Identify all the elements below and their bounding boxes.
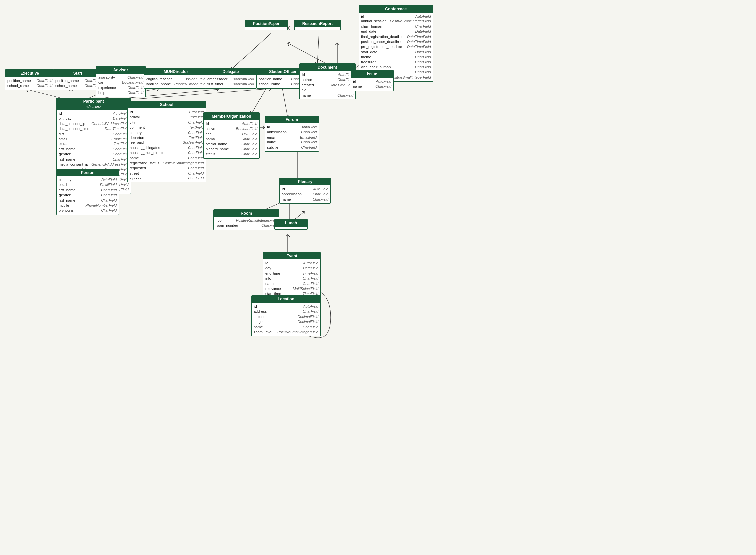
table-row: departureTextField xyxy=(130,135,204,140)
table-row: addressCharField xyxy=(254,309,318,314)
table-row: activeBooleanField xyxy=(206,126,257,131)
table-row: idAutoField xyxy=(130,110,204,115)
table-row: fee_paidBooleanField xyxy=(130,140,204,145)
table-document: Document idAutoField authorCharField cre… xyxy=(299,63,356,99)
table-row: nameCharField xyxy=(254,325,318,330)
table-row: last_nameCharField xyxy=(58,157,129,162)
table-row: idAutoField xyxy=(353,79,391,84)
table-row: zoom_levelPositiveSmallIntegerField xyxy=(254,330,318,335)
table-row: english_teacherBooleanField xyxy=(146,77,205,82)
table-room-body: floorPositiveSmallIntegerField room_numb… xyxy=(214,217,279,230)
table-row: idAutoField xyxy=(302,72,353,77)
table-row: emailEmailField xyxy=(58,136,129,141)
table-row: first_timerBooleanField xyxy=(207,82,254,87)
table-person-body: birthdayDateField emailEmailField first_… xyxy=(56,176,119,215)
table-row: treasurerCharField xyxy=(361,60,431,65)
table-executive: Executive position_nameCharField school_… xyxy=(5,70,54,90)
table-mundirector-header: MUNDirector xyxy=(144,68,207,75)
table-advisor-header: Advisor xyxy=(96,67,145,74)
table-person-header: Person xyxy=(56,169,119,176)
table-row: abbreviationCharField xyxy=(267,130,317,134)
table-row: genderCharField xyxy=(58,152,129,157)
svg-line-24 xyxy=(317,33,319,65)
table-row: idAutoField xyxy=(267,125,317,130)
table-row: extrasTextField xyxy=(58,141,129,146)
table-row: last_nameCharField xyxy=(58,198,117,203)
table-event-body: idAutoField dayDateField end_timeTimeFie… xyxy=(263,259,320,298)
table-row: placard_nameCharField xyxy=(206,147,257,152)
table-forum-body: idAutoField abbreviationCharField emailE… xyxy=(265,123,319,152)
table-row: genderCharField xyxy=(58,193,117,198)
table-row: nameCharField xyxy=(206,136,257,141)
table-row: end_dateDateField xyxy=(361,29,431,34)
table-row: flagURLField xyxy=(206,132,257,136)
svg-line-3 xyxy=(288,43,331,66)
table-executive-body: position_nameCharField school_nameCharFi… xyxy=(5,77,54,90)
table-lunch: Lunch xyxy=(275,219,308,230)
table-row: idAutoField xyxy=(254,304,318,309)
table-row: nameCharField xyxy=(130,156,204,161)
table-delegate-body: ambassadorBooleanField first_timerBoolea… xyxy=(205,75,256,88)
table-school: School idAutoField arrivalTextField city… xyxy=(127,101,206,182)
table-row: cityCharField xyxy=(130,120,204,125)
table-row: start_dateDateField xyxy=(361,50,431,54)
table-row: annual_sessionPositiveSmallIntegerField xyxy=(361,19,431,24)
table-issue: Issue idAutoField nameCharField xyxy=(351,70,394,91)
table-row: position_nameCharField xyxy=(55,78,100,83)
table-row: pronounsCharField xyxy=(58,208,117,213)
table-location: Location idAutoField addressCharField la… xyxy=(251,295,321,336)
table-row: nameCharField xyxy=(267,140,317,145)
table-staff: Staff position_nameCharField school_name… xyxy=(53,70,103,90)
table-memberorganization-body: idAutoField activeBooleanField flagURLFi… xyxy=(204,120,259,158)
table-issue-header: Issue xyxy=(351,71,393,78)
table-row: housing_delegatesCharField xyxy=(130,145,204,151)
table-staff-header: Staff xyxy=(53,70,102,77)
table-row: floorPositiveSmallIntegerField xyxy=(215,218,277,223)
table-row: nameCharField xyxy=(353,84,391,89)
table-row: registration_statusPositiveSmallIntegerF… xyxy=(130,161,204,166)
table-room: Room floorPositiveSmallIntegerField room… xyxy=(213,209,279,230)
table-row: media_consent_ipGenericIPAddressField xyxy=(58,162,129,167)
table-row: birthdayDateField xyxy=(58,177,117,182)
table-row: idAutoField xyxy=(282,187,328,192)
table-room-header: Room xyxy=(214,210,279,217)
table-event-header: Event xyxy=(263,252,320,259)
table-row: file xyxy=(302,88,353,92)
table-row: emailEmailField xyxy=(58,182,117,187)
table-row: chair_humanCharField xyxy=(361,24,431,29)
table-row: end_timeTimeField xyxy=(265,271,318,276)
table-location-header: Location xyxy=(252,296,320,303)
table-advisor: Advisor availabilityCharField carBoolean… xyxy=(96,66,146,97)
table-row: emailEmailField xyxy=(267,135,317,140)
table-person: Person birthdayDateField emailEmailField… xyxy=(56,169,119,215)
table-forum-header: Forum xyxy=(265,116,319,123)
table-row: idAutoField xyxy=(206,121,257,126)
table-positionpaper: PositionPaper xyxy=(245,20,288,31)
table-row: pre_registration_deadlineDateTimeField xyxy=(361,44,431,49)
table-memberorganization-header: MemberOrganization xyxy=(204,113,259,120)
table-mundirector-body: english_teacherBooleanField landline_pho… xyxy=(144,75,207,88)
table-row: mobilePhoneNumberField xyxy=(58,203,117,208)
table-lunch-body xyxy=(275,227,307,229)
table-row: longitudeDecimalField xyxy=(254,319,318,324)
table-delegate-header: Delegate xyxy=(205,68,256,75)
table-row: streetCharField xyxy=(130,171,204,176)
table-row: latitudeDecimalField xyxy=(254,314,318,319)
table-mundirector: MUNDirector english_teacherBooleanField … xyxy=(144,68,208,89)
table-row: idAutoField xyxy=(361,14,431,19)
table-row: nameCharField xyxy=(265,281,318,286)
table-row: position_nameCharField xyxy=(7,78,52,83)
table-row: helpCharField xyxy=(98,90,143,95)
table-lunch-header: Lunch xyxy=(275,219,307,227)
table-researchreport-header: ResearchReport xyxy=(295,20,340,28)
table-row: nameCharField xyxy=(282,197,328,202)
table-forum: Forum idAutoField abbreviationCharField … xyxy=(265,116,319,152)
table-plenary: Plenary idAutoField abbreviationCharFiel… xyxy=(279,178,331,204)
table-conference-header: Conference xyxy=(359,5,433,12)
table-row: infoCharField xyxy=(265,276,318,281)
table-location-body: idAutoField addressCharField latitudeDec… xyxy=(252,303,320,336)
table-row: school_nameCharField xyxy=(7,83,52,88)
table-row: data_consent_ipGenericIPAddressField xyxy=(58,121,129,126)
table-row: ambassadorBooleanField xyxy=(207,77,254,82)
table-row: birthdayDateField xyxy=(58,116,129,121)
